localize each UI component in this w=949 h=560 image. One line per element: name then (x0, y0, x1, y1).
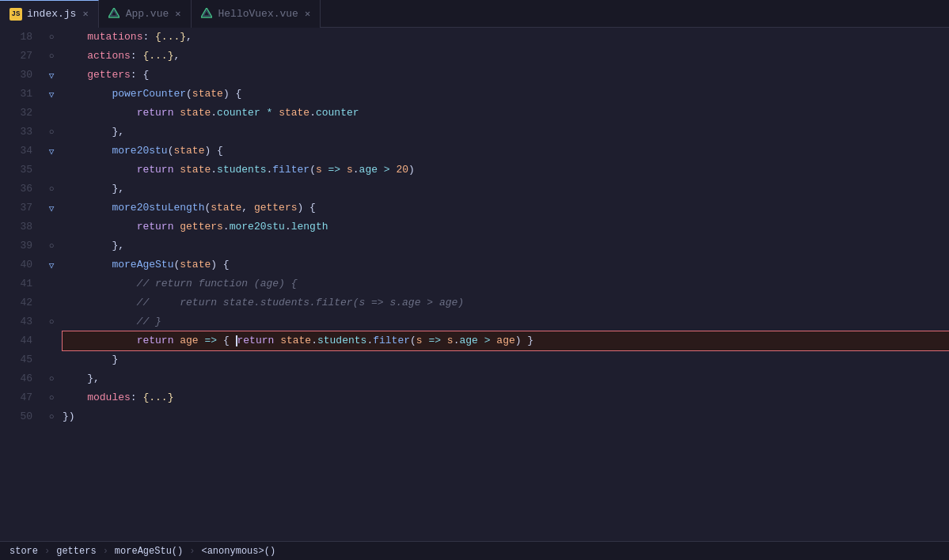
tab-bar: JS index.js ✕ App.vue ✕ HelloVuex.vue ✕ (0, 0, 949, 28)
gutter-40[interactable]: ▽ (44, 255, 59, 274)
breadcrumb-getters[interactable]: getters (56, 546, 96, 557)
code-line-35: return state.students.filter(s => s.age … (63, 161, 949, 180)
gutter-50[interactable]: ○ (44, 407, 59, 426)
ln-40: 40 (0, 255, 37, 274)
breadcrumb-moreagestu[interactable]: moreAgeStu() (115, 546, 183, 557)
ln-27: 27 (0, 47, 37, 66)
ln-35: 35 (0, 161, 37, 180)
gutter: ○ ○ ▽ ▽ ○ ▽ ○ ▽ ○ ▽ ○ ○ ○ ○ (44, 28, 59, 541)
code-line-40: moreAgeStu(state) { (63, 255, 949, 274)
gutter-42 (44, 293, 59, 312)
ln-43: 43 (0, 312, 37, 331)
code-line-41: // return function (age) { (63, 274, 949, 293)
gutter-33[interactable]: ○ (44, 123, 59, 142)
tab-label-hellovuex-vue: HelloVuex.vue (218, 8, 298, 20)
gutter-39[interactable]: ○ (44, 236, 59, 255)
gutter-43[interactable]: ○ (44, 312, 59, 331)
editor-container: JS index.js ✕ App.vue ✕ HelloVuex.vue ✕ … (0, 0, 949, 560)
breadcrumb-sep-3: › (189, 546, 195, 557)
gutter-46[interactable]: ○ (44, 369, 59, 388)
ln-36: 36 (0, 180, 37, 199)
code-line-36: }, (63, 180, 949, 199)
ln-50: 50 (0, 407, 37, 426)
ln-33: 33 (0, 123, 37, 142)
gutter-34[interactable]: ▽ (44, 142, 59, 161)
ln-31: 31 (0, 85, 37, 104)
ln-30: 30 (0, 66, 37, 85)
gutter-31[interactable]: ▽ (44, 85, 59, 104)
gutter-32 (44, 104, 59, 123)
ln-34: 34 (0, 142, 37, 161)
gutter-36[interactable]: ○ (44, 180, 59, 199)
tab-close-hellovuex-vue[interactable]: ✕ (305, 8, 310, 20)
code-line-34: more20stu(state) { (63, 142, 949, 161)
code-line-39: }, (63, 236, 949, 255)
gutter-35 (44, 161, 59, 180)
ln-39: 39 (0, 236, 37, 255)
code-line-18: mutations: {...}, (63, 28, 949, 47)
code-line-44: return age => { return state.students.fi… (63, 331, 949, 350)
code-line-37: more20stuLength(state, getters) { (63, 199, 949, 218)
breadcrumb-anonymous[interactable]: <anonymous>() (201, 546, 275, 557)
tab-close-index-js[interactable]: ✕ (82, 8, 88, 20)
gutter-18[interactable]: ○ (44, 28, 59, 47)
ln-41: 41 (0, 274, 37, 293)
code-line-42: // return state.students.filter(s => s.a… (63, 293, 949, 312)
code-line-33: }, (63, 123, 949, 142)
code-content[interactable]: mutations: {...}, actions: {...}, getter… (59, 28, 949, 541)
tab-hellovuex-vue[interactable]: HelloVuex.vue ✕ (192, 0, 321, 28)
code-line-38: return getters.more20stu.length (63, 218, 949, 236)
tab-close-app-vue[interactable]: ✕ (175, 8, 180, 20)
ln-42: 42 (0, 293, 37, 312)
gutter-41 (44, 274, 59, 293)
ln-44: 44 (0, 331, 37, 350)
gutter-30[interactable]: ▽ (44, 66, 59, 85)
gutter-45 (44, 350, 59, 369)
gutter-37[interactable]: ▽ (44, 199, 59, 218)
line-numbers: 18 27 30 31 32 33 34 35 36 37 38 39 40 4… (0, 28, 44, 541)
gutter-38 (44, 218, 59, 236)
ln-37: 37 (0, 199, 37, 218)
breadcrumb-store[interactable]: store (9, 546, 38, 557)
ln-18: 18 (0, 28, 37, 47)
code-line-30: getters: { (63, 66, 949, 85)
gutter-44 (44, 331, 59, 350)
code-line-47: modules: {...} (63, 388, 949, 407)
ln-45: 45 (0, 350, 37, 369)
js-icon: JS (9, 8, 22, 21)
ln-38: 38 (0, 218, 37, 236)
tab-app-vue[interactable]: App.vue ✕ (99, 0, 192, 28)
code-line-45: } (63, 350, 949, 369)
tab-index-js[interactable]: JS index.js ✕ (0, 0, 99, 28)
gutter-47[interactable]: ○ (44, 388, 59, 407)
code-line-32: return state.counter * state.counter (63, 104, 949, 123)
tab-label-app-vue: App.vue (126, 8, 169, 20)
vue-icon-app (108, 7, 121, 20)
code-line-46: }, (63, 369, 949, 388)
code-line-31: powerCounter(state) { (63, 85, 949, 104)
code-line-50: }) (63, 407, 949, 426)
gutter-27[interactable]: ○ (44, 47, 59, 66)
breadcrumb-sep-1: › (44, 546, 50, 557)
tab-label-index-js: index.js (27, 8, 76, 20)
code-line-43: // } (63, 312, 949, 331)
status-bar: store › getters › moreAgeStu() › <anonym… (0, 541, 949, 560)
breadcrumb-sep-2: › (103, 546, 108, 557)
ln-32: 32 (0, 104, 37, 123)
ln-46: 46 (0, 369, 37, 388)
code-line-27: actions: {...}, (63, 47, 949, 66)
ln-47: 47 (0, 388, 37, 407)
code-area: 18 27 30 31 32 33 34 35 36 37 38 39 40 4… (0, 28, 949, 541)
vue-icon-hellovuex (201, 7, 214, 20)
